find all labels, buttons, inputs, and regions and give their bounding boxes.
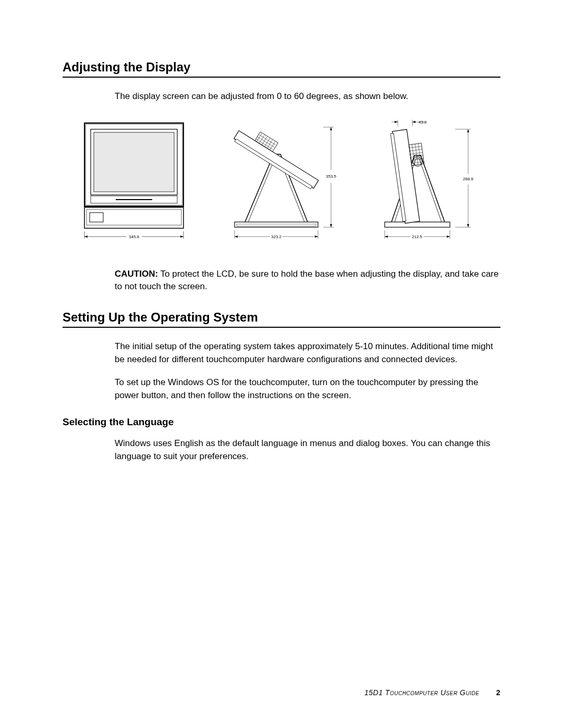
diagram-front-icon: 345.8 <box>74 118 194 248</box>
dim-front-width: 345.8 <box>129 235 140 239</box>
caution-label: CAUTION: <box>115 269 158 279</box>
intro-paragraph: The display screen can be adjusted from … <box>115 90 500 103</box>
svg-line-62 <box>415 144 419 165</box>
svg-rect-7 <box>90 213 103 222</box>
svg-marker-49 <box>412 121 415 123</box>
dim-side60-height: 353.5 <box>326 174 337 179</box>
svg-marker-37 <box>330 224 332 227</box>
svg-marker-43 <box>315 236 318 238</box>
svg-rect-21 <box>235 139 312 189</box>
svg-rect-16 <box>235 222 318 227</box>
diagram-side0-icon: 43.8 <box>366 118 492 248</box>
svg-marker-15 <box>180 236 183 238</box>
svg-rect-50 <box>385 222 450 227</box>
figure-front-view: 345.8 <box>63 118 205 248</box>
dim-side60-width: 323.2 <box>271 235 282 239</box>
lang-para: Windows uses English as the default lang… <box>115 437 500 463</box>
svg-rect-20 <box>234 130 319 188</box>
svg-line-63 <box>419 143 422 164</box>
svg-marker-68 <box>467 129 469 132</box>
svg-marker-74 <box>385 236 388 238</box>
svg-rect-3 <box>94 132 174 192</box>
footer-title: 15D1 Touchcomputer User Guide <box>364 688 479 697</box>
os-para2: To set up the Windows OS for the touchco… <box>115 376 500 402</box>
svg-marker-48 <box>395 121 398 123</box>
svg-marker-36 <box>330 127 332 130</box>
footer-page-number: 2 <box>496 688 500 697</box>
dim-top-depth: 43.8 <box>419 120 427 125</box>
os-para1: The initial setup of the operating syste… <box>115 340 500 366</box>
diagram-side60-icon: 353.5 323.2 <box>214 118 349 248</box>
caution-paragraph: CAUTION: To protect the LCD, be sure to … <box>115 268 500 293</box>
dim-side0-width: 212.5 <box>412 235 423 239</box>
figure-side-0-view: 43.8 <box>358 118 500 248</box>
svg-marker-69 <box>467 224 469 227</box>
dim-side0-height: 288.8 <box>463 177 474 181</box>
page-footer: 15D1 Touchcomputer User Guide 2 <box>364 688 500 697</box>
svg-marker-75 <box>447 236 450 238</box>
figure-row: 345.8 <box>63 118 500 248</box>
caution-text: To protect the LCD, be sure to hold the … <box>115 269 498 292</box>
section-heading-adjusting: Adjusting the Display <box>63 60 500 78</box>
figure-side-60-view: 353.5 323.2 <box>210 118 352 248</box>
section-heading-os: Setting Up the Operating System <box>63 310 500 328</box>
svg-marker-14 <box>84 236 88 238</box>
svg-rect-6 <box>87 209 181 225</box>
sub-heading-language: Selecting the Language <box>63 416 500 428</box>
svg-marker-42 <box>235 236 238 238</box>
svg-rect-17 <box>237 224 316 226</box>
